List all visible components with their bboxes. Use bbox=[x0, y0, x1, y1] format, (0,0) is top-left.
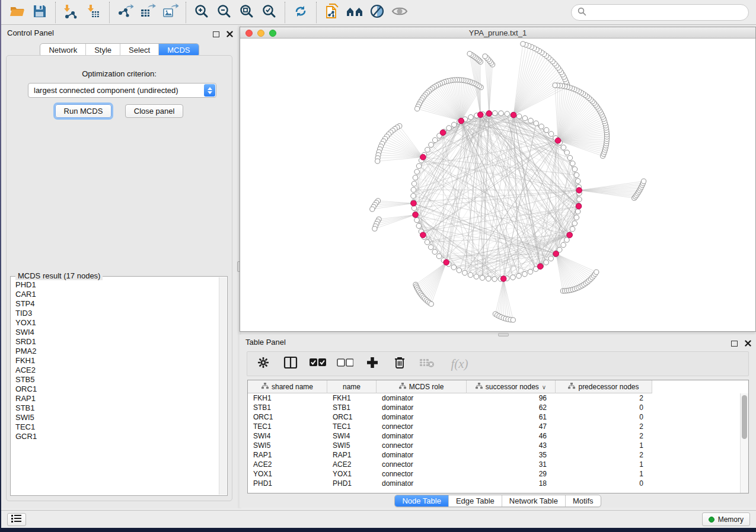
table-row[interactable]: PHD1PHD1dominator180 bbox=[248, 479, 740, 488]
network-node[interactable] bbox=[486, 276, 492, 281]
network-node[interactable] bbox=[451, 265, 457, 270]
import-table-button[interactable] bbox=[82, 2, 105, 23]
mcds-result-item[interactable]: FKH1 bbox=[11, 356, 219, 366]
network-node[interactable] bbox=[539, 124, 544, 129]
optimization-criterion-select[interactable]: largest connected component (undirected) bbox=[28, 83, 216, 98]
network-node[interactable] bbox=[436, 254, 442, 259]
mcds-result-item[interactable]: RAP1 bbox=[11, 394, 219, 403]
network-node[interactable] bbox=[416, 164, 422, 169]
show-panels-button[interactable] bbox=[7, 513, 26, 526]
network-node[interactable] bbox=[528, 118, 534, 123]
network-node[interactable] bbox=[411, 193, 416, 198]
network-hub-node[interactable] bbox=[413, 212, 419, 218]
network-node[interactable] bbox=[414, 217, 420, 223]
table-row[interactable]: FKH1FKH1dominator962 bbox=[248, 393, 740, 403]
column-header-MCDS-role[interactable]: MCDS role bbox=[377, 380, 467, 393]
show-graphics-details-button[interactable] bbox=[388, 2, 411, 23]
network-node[interactable] bbox=[544, 260, 549, 265]
network-hub-node[interactable] bbox=[444, 259, 449, 265]
network-node[interactable] bbox=[528, 269, 533, 274]
new-network-from-selection-button[interactable] bbox=[321, 2, 343, 23]
export-network-button[interactable] bbox=[114, 2, 136, 23]
network-canvas[interactable] bbox=[240, 39, 755, 331]
save-session-button[interactable] bbox=[28, 2, 51, 23]
network-node[interactable] bbox=[570, 226, 575, 232]
network-hub-node[interactable] bbox=[555, 138, 561, 144]
open-session-button[interactable] bbox=[6, 2, 28, 23]
network-window-titlebar[interactable]: YPA_prune.txt_1 bbox=[240, 27, 755, 39]
network-node[interactable] bbox=[575, 178, 580, 184]
mcds-result-item[interactable]: PMA2 bbox=[11, 347, 219, 356]
network-node[interactable] bbox=[574, 172, 579, 178]
network-node[interactable] bbox=[511, 275, 516, 280]
run-mcds-button[interactable]: Run MCDS bbox=[55, 104, 112, 118]
tab-style[interactable]: Style bbox=[85, 44, 120, 56]
network-leaf-node[interactable] bbox=[467, 52, 472, 56]
tab-motifs[interactable]: Motifs bbox=[565, 495, 601, 507]
float-panel-icon[interactable] bbox=[731, 341, 738, 347]
mcds-result-item[interactable]: STP4 bbox=[11, 299, 219, 309]
network-hub-node[interactable] bbox=[478, 112, 484, 118]
table-row[interactable]: STB1STB1dominator620 bbox=[248, 403, 740, 412]
refresh-network-button[interactable] bbox=[289, 2, 312, 23]
network-node[interactable] bbox=[412, 181, 417, 187]
network-node[interactable] bbox=[534, 121, 539, 126]
network-leaf-node[interactable] bbox=[642, 179, 646, 184]
network-leaf-node[interactable] bbox=[521, 41, 525, 46]
import-network-button[interactable] bbox=[60, 2, 82, 23]
network-node[interactable] bbox=[446, 126, 452, 131]
select-all-button[interactable] bbox=[310, 356, 326, 371]
column-header-successor-nodes[interactable]: successor nodes∨ bbox=[467, 380, 556, 393]
network-leaf-node[interactable] bbox=[483, 54, 487, 59]
table-row[interactable]: ORC1ORC1dominator610 bbox=[248, 412, 740, 422]
network-node[interactable] bbox=[474, 274, 479, 280]
table-options-button[interactable] bbox=[256, 356, 271, 371]
delete-rows-button[interactable] bbox=[392, 356, 407, 371]
network-node[interactable] bbox=[516, 273, 522, 278]
network-hub-node[interactable] bbox=[420, 232, 426, 238]
close-panel-icon[interactable] bbox=[227, 29, 233, 40]
network-node[interactable] bbox=[575, 209, 580, 214]
network-hub-node[interactable] bbox=[486, 111, 492, 117]
table-row[interactable]: SWI5SWI5connector431 bbox=[248, 441, 740, 450]
network-node[interactable] bbox=[564, 238, 570, 243]
tab-mcds[interactable]: MCDS bbox=[158, 44, 198, 56]
network-node[interactable] bbox=[561, 242, 566, 248]
scrollbar-thumb[interactable] bbox=[742, 395, 747, 439]
tab-network-table[interactable]: Network Table bbox=[502, 495, 565, 507]
mcds-result-item[interactable]: STB1 bbox=[11, 403, 219, 413]
network-node[interactable] bbox=[561, 145, 566, 150]
network-node[interactable] bbox=[564, 150, 570, 155]
network-leaf-node[interactable] bbox=[415, 106, 420, 111]
network-node[interactable] bbox=[425, 147, 430, 152]
add-row-button[interactable] bbox=[365, 356, 380, 371]
network-node[interactable] bbox=[432, 249, 438, 255]
deselect-all-button[interactable] bbox=[337, 356, 353, 371]
mcds-result-item[interactable]: TID3 bbox=[11, 309, 219, 318]
column-header-predecessor-nodes[interactable]: predecessor nodes bbox=[556, 380, 652, 393]
float-panel-icon[interactable] bbox=[213, 31, 219, 37]
network-node[interactable] bbox=[505, 111, 510, 117]
network-node[interactable] bbox=[544, 127, 549, 133]
mcds-result-item[interactable]: ORC1 bbox=[11, 384, 219, 394]
network-node[interactable] bbox=[572, 166, 578, 172]
network-leaf-node[interactable] bbox=[429, 302, 433, 306]
network-node[interactable] bbox=[577, 197, 582, 202]
mcds-result-item[interactable]: GCR1 bbox=[11, 432, 219, 441]
mcds-result-item[interactable]: CAR1 bbox=[11, 290, 219, 299]
table-row[interactable]: YOX1YOX1connector291 bbox=[248, 469, 740, 479]
mcds-result-item[interactable]: ACE2 bbox=[11, 366, 219, 375]
network-node[interactable] bbox=[432, 137, 438, 143]
network-node[interactable] bbox=[413, 175, 418, 181]
mcds-result-item[interactable]: STB5 bbox=[11, 375, 219, 384]
mcds-list-scrollbar[interactable] bbox=[219, 277, 227, 495]
network-node[interactable] bbox=[572, 221, 578, 226]
network-node[interactable] bbox=[416, 223, 422, 229]
network-node[interactable] bbox=[468, 273, 473, 278]
table-row[interactable]: ACE2ACE2connector311 bbox=[248, 460, 740, 469]
find-button[interactable] bbox=[343, 2, 366, 23]
network-node[interactable] bbox=[522, 271, 528, 277]
table-scrollbar[interactable] bbox=[740, 393, 748, 493]
function-builder-button[interactable]: f(x) bbox=[446, 356, 473, 371]
network-node[interactable] bbox=[548, 132, 554, 137]
